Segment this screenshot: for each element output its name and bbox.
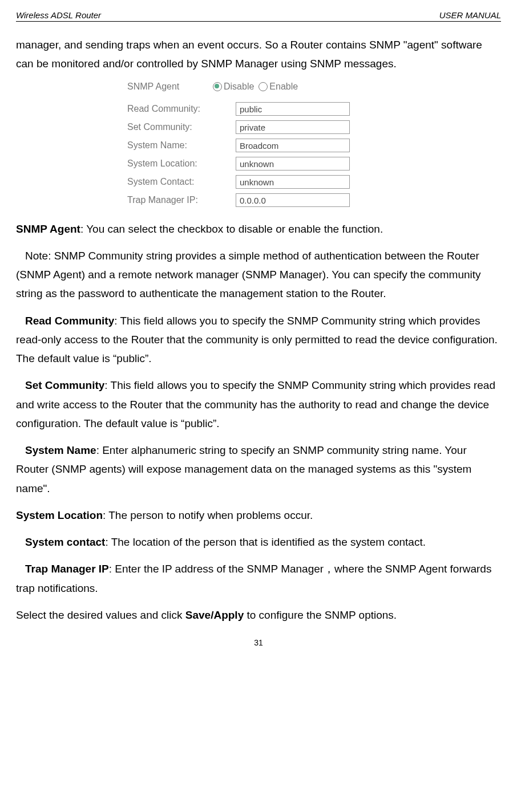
text-system-location: : The person to notify when problems occ… [103,509,313,521]
radio-enable-option[interactable]: Enable [258,82,298,92]
form-row: System Contact: unknown [127,175,390,189]
text-snmp-agent: : You can select the checkbox to disable… [80,223,383,235]
system-contact-input[interactable]: unknown [236,175,350,189]
radio-checked-icon [213,82,222,91]
form-label: System Name: [127,140,236,151]
form-label: Read Community: [127,104,236,114]
form-label: Trap Manager IP: [127,195,236,205]
set-community-paragraph: Set Community: This field allows you to … [16,376,501,433]
term-snmp-agent: SNMP Agent [16,223,80,235]
system-name-input[interactable]: Broadcom [236,139,350,152]
read-community-paragraph: Read Community: This field allows you to… [16,311,501,368]
form-row: Read Community: public [127,102,390,116]
page-number: 31 [16,638,501,647]
form-row: System Location: unknown [127,157,390,170]
radio-unchecked-icon [258,82,268,91]
note-paragraph: Note: SNMP Community string provides a s… [16,246,501,303]
snmp-agent-paragraph: SNMP Agent: You can select the checkbox … [16,220,501,238]
form-label: Set Community: [127,122,236,132]
snmp-form-illustration: SNMP Agent Disable Enable Read Community… [127,82,390,207]
footer-pre: Select the desired values and click [16,609,185,621]
radio-disable-option[interactable]: Disable [213,82,254,92]
radio-disable-label: Disable [224,82,254,92]
header-divider [16,21,501,22]
form-row: Set Community: private [127,120,390,134]
term-trap-manager-ip: Trap Manager IP [25,563,109,575]
system-name-paragraph: System Name: Enter alphanumeric string t… [16,441,501,498]
header-right: USER MANUAL [439,10,501,20]
footer-bold: Save/Apply [185,609,244,621]
term-set-community: Set Community [25,379,104,391]
footer-post: to configure the SNMP options. [244,609,397,621]
system-location-input[interactable]: unknown [236,157,350,170]
manual-page: Wireless ADSL Router USER MANUAL manager… [0,0,517,659]
snmp-agent-row: SNMP Agent Disable Enable [127,82,390,92]
header-left: Wireless ADSL Router [16,10,101,20]
form-label: System Contact: [127,177,236,187]
form-label: System Location: [127,159,236,169]
term-system-contact: System contact [25,536,105,548]
trap-manager-ip-input[interactable]: 0.0.0.0 [236,193,350,207]
page-header: Wireless ADSL Router USER MANUAL [16,10,501,21]
term-system-location: System Location [16,509,103,521]
snmp-agent-label: SNMP Agent [127,82,213,92]
term-system-name: System Name [25,444,96,456]
trap-manager-ip-paragraph: Trap Manager IP: Enter the IP address of… [16,559,501,598]
form-row: System Name: Broadcom [127,139,390,152]
footer-paragraph: Select the desired values and click Save… [16,606,501,624]
text-system-contact: : The location of the person that is ide… [105,536,426,548]
radio-enable-label: Enable [269,82,298,92]
set-community-input[interactable]: private [236,120,350,134]
term-read-community: Read Community [25,315,114,327]
read-community-input[interactable]: public [236,102,350,116]
intro-paragraph: manager, and sending traps when an event… [16,35,501,74]
form-row: Trap Manager IP: 0.0.0.0 [127,193,390,207]
system-contact-paragraph: System contact: The location of the pers… [16,533,501,551]
system-location-paragraph: System Location: The person to notify wh… [16,506,501,525]
